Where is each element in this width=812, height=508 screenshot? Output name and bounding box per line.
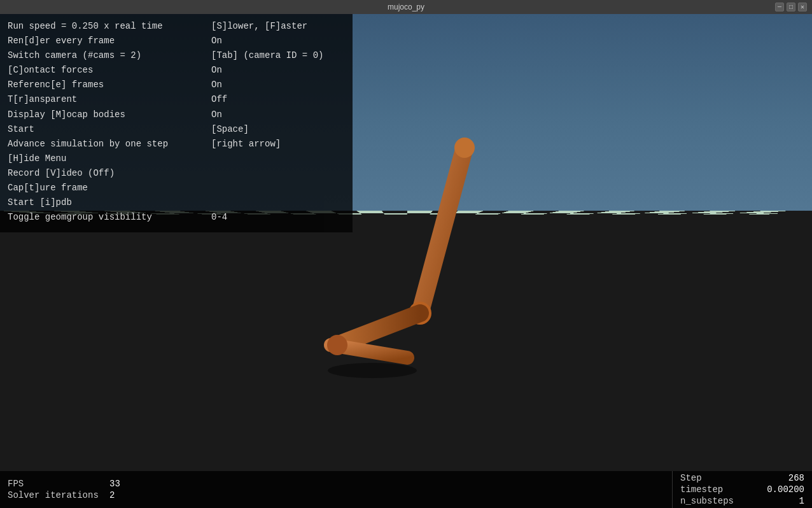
menu-value-transparent: Off (205, 92, 345, 107)
menu-row-hide: [H]ide Menu (8, 152, 345, 166)
menu-value-contact: On (205, 63, 345, 78)
menu-overlay: Run speed = 0.250 x real time [S]lower, … (0, 14, 353, 232)
timestep-value: 0.00200 (760, 484, 804, 495)
solver-label: Solver iterations (8, 490, 109, 500)
timestep-label: timestep (680, 484, 723, 495)
menu-value-geomgroup: 0-4 (205, 210, 345, 225)
menu-value-speed: [S]lower, [F]aster (205, 19, 345, 34)
svg-line-3 (337, 313, 420, 345)
menu-label-contact: [C]ontact forces (8, 63, 93, 78)
window-title: mujoco_py (388, 3, 424, 11)
timestep-row: timestep 0.00200 (680, 484, 804, 495)
solver-row: Solver iterations 2 (8, 490, 664, 500)
menu-label-camera: Switch camera (#cams = 2) (8, 48, 141, 63)
step-row: Step 268 (680, 473, 804, 483)
menu-label-start: Start (8, 122, 34, 137)
menu-label-transparent: T[r]ansparent (8, 92, 77, 107)
menu-value-camera: [Tab] (camera ID = 0) (205, 48, 345, 63)
menu-row-record: Record [V]ideo (Off) (8, 166, 345, 181)
maximize-button[interactable]: □ (787, 3, 795, 11)
svg-point-5 (327, 335, 347, 355)
menu-row-advance: Advance simulation by one step [right ar… (8, 137, 345, 152)
nsubsteps-row: n_substeps 1 (680, 496, 804, 506)
menu-value-hide (205, 152, 345, 166)
menu-row-reference: Referenc[e] frames On (8, 78, 345, 92)
svg-line-0 (420, 148, 465, 313)
menu-value-ipdb (205, 195, 345, 210)
menu-label-record: Record [V]ideo (Off) (8, 166, 115, 181)
menu-row-render: Ren[d]er every frame On (8, 34, 345, 48)
main-area: Run speed = 0.250 x real time [S]lower, … (0, 14, 812, 508)
menu-label-mocap: Display [M]ocap bodies (8, 108, 125, 122)
menu-row-contact: [C]ontact forces On (8, 63, 345, 78)
nsubsteps-value: 1 (760, 496, 804, 506)
menu-label-speed: Run speed = 0.250 x real time (8, 19, 163, 34)
step-value: 268 (760, 473, 804, 483)
menu-row-geomgroup: Toggle geomgroup visibility 0-4 (8, 210, 345, 225)
nsubsteps-label: n_substeps (680, 496, 734, 506)
menu-label-render: Ren[d]er every frame (8, 34, 115, 48)
menu-value-reference: On (205, 78, 345, 92)
status-left: FPS 33 Solver iterations 2 (0, 471, 672, 508)
menu-row-start: Start [Space] (8, 122, 345, 137)
menu-row-speed: Run speed = 0.250 x real time [S]lower, … (8, 19, 345, 34)
menu-label-hide: [H]ide Menu (8, 152, 66, 166)
status-bar: FPS 33 Solver iterations 2 Step 268 time… (0, 471, 812, 508)
titlebar: mujoco_py ─ □ ✕ (0, 0, 812, 14)
menu-label-capture: Cap[t]ure frame (8, 181, 88, 195)
menu-value-advance: [right arrow] (205, 137, 345, 152)
solver-value: 2 (109, 490, 115, 500)
step-label: Step (680, 473, 702, 483)
window-controls[interactable]: ─ □ ✕ (775, 3, 807, 11)
close-button[interactable]: ✕ (798, 3, 807, 11)
menu-label-reference: Referenc[e] frames (8, 78, 104, 92)
menu-label-ipdb: Start [i]pdb (8, 195, 72, 210)
fps-value: 33 (109, 479, 120, 489)
minimize-button[interactable]: ─ (775, 3, 784, 11)
menu-row-camera: Switch camera (#cams = 2) [Tab] (camera … (8, 48, 345, 63)
menu-value-start: [Space] (205, 122, 345, 137)
fps-row: FPS 33 (8, 479, 664, 489)
menu-row-capture: Cap[t]ure frame (8, 181, 345, 195)
svg-point-6 (328, 363, 417, 378)
menu-label-advance: Advance simulation by one step (8, 137, 168, 152)
svg-point-1 (454, 138, 475, 158)
menu-value-record (205, 166, 345, 181)
menu-value-mocap: On (205, 108, 345, 122)
menu-row-transparent: T[r]ansparent Off (8, 92, 345, 107)
status-right: Step 268 timestep 0.00200 n_substeps 1 (672, 471, 812, 508)
menu-label-geomgroup: Toggle geomgroup visibility (8, 210, 152, 225)
fps-label: FPS (8, 479, 109, 489)
menu-row-ipdb: Start [i]pdb (8, 195, 345, 210)
menu-value-render: On (205, 34, 345, 48)
menu-row-mocap: Display [M]ocap bodies On (8, 108, 345, 122)
menu-value-capture (205, 181, 345, 195)
